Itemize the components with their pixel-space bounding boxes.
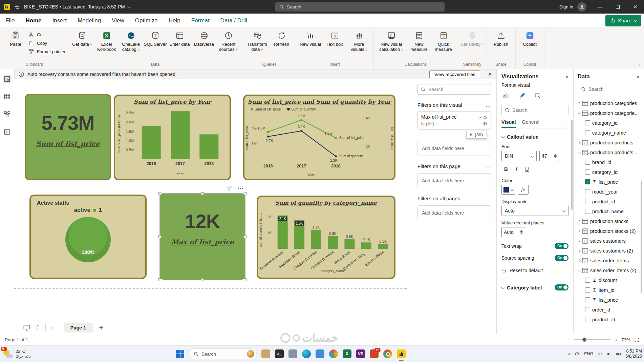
selected-visual-card-max-list-price[interactable]: ⋯ 12K Max of list_price — [160, 194, 245, 280]
conditional-formatting-fx-button[interactable]: fx — [518, 185, 529, 195]
field-row-production-stocks-2[interactable]: production stocks (2) — [578, 226, 639, 236]
field-row-order-id[interactable]: order_id — [578, 305, 639, 315]
titlebar-search-input[interactable]: Search — [275, 2, 445, 12]
ribbon-button-onelake-catalog[interactable]: OneLake catalog ˅ — [119, 28, 143, 52]
field-row-brand-id[interactable]: brand_id — [578, 157, 639, 167]
menu-tab-home[interactable]: Home — [20, 14, 47, 27]
chevron-right-icon[interactable] — [578, 220, 580, 223]
filter-funnel-icon[interactable] — [227, 186, 232, 191]
underline-button[interactable]: U — [522, 164, 532, 174]
ribbon-button-paste[interactable]: Paste — [3, 28, 28, 47]
onedrive-cloud-icon[interactable] — [575, 351, 580, 357]
terminal-app-icon[interactable]: >_ — [275, 349, 284, 358]
ribbon-button-text-box[interactable]: AText box — [323, 28, 347, 47]
khamsat-app-icon[interactable] — [261, 349, 270, 358]
field-row-production-products[interactable]: ✓production products... — [578, 147, 639, 157]
ribbon-button-get-data[interactable]: Get data ˅ — [70, 28, 94, 47]
format-search-input[interactable] — [512, 107, 565, 113]
field-checkbox[interactable] — [585, 278, 590, 283]
field-checkbox[interactable] — [585, 317, 590, 322]
field-row-category-id[interactable]: category_id — [578, 167, 639, 177]
field-checkbox[interactable] — [585, 297, 590, 302]
report-view-icon[interactable] — [3, 75, 12, 83]
chevron-right-icon[interactable] — [578, 259, 580, 262]
ribbon-button-copilot[interactable]: Copilot — [518, 28, 542, 47]
resize-handle[interactable] — [158, 235, 161, 238]
notification-close-icon[interactable]: ✕ — [488, 71, 492, 77]
font-family-dropdown[interactable]: DIN — [501, 151, 537, 161]
field-row-product-id[interactable]: product_id — [578, 315, 639, 324]
undo-button[interactable] — [14, 4, 20, 10]
category-label-section[interactable]: Category label On — [501, 284, 568, 290]
ribbon-button-new-visual[interactable]: New visual — [298, 28, 323, 47]
ribbon-button-recent-sources[interactable]: Recent sources ˅ — [216, 28, 241, 52]
data-search-input[interactable] — [588, 86, 636, 92]
scrollbar[interactable] — [641, 181, 642, 293]
resize-handle[interactable] — [158, 278, 161, 281]
mail-app-icon[interactable]: 13 — [370, 349, 379, 358]
chevron-right-icon[interactable] — [578, 102, 580, 105]
resize-handle[interactable] — [158, 192, 161, 195]
field-row-sales-order-items-2[interactable]: sales order_items (2) — [578, 265, 639, 275]
section-more-icon[interactable]: … — [486, 196, 491, 201]
add-data-fields-dropzone[interactable]: Add data fields here — [417, 141, 491, 156]
reset-to-default-link[interactable]: Reset to default — [501, 268, 568, 273]
title-dropdown-icon[interactable] — [127, 5, 130, 8]
zoom-slider-handle[interactable] — [582, 338, 586, 342]
share-button[interactable]: Share — [605, 15, 641, 26]
field-row-production-stocks[interactable]: production stocks — [578, 216, 639, 226]
people-app-icon[interactable] — [288, 349, 297, 358]
stepper-arrows-icon[interactable] — [520, 230, 523, 234]
chevron-down-icon[interactable] — [578, 268, 581, 272]
field-row-product-name[interactable]: product_name — [578, 206, 639, 216]
volume-icon[interactable] — [606, 351, 612, 357]
edge-browser-icon[interactable] — [302, 349, 311, 358]
zoom-in-button[interactable]: + — [615, 337, 618, 343]
resize-handle[interactable] — [244, 192, 246, 195]
photos-app-icon[interactable] — [329, 349, 338, 358]
ribbon-button-copy[interactable]: Copy — [28, 40, 66, 46]
account-avatar[interactable] — [577, 2, 586, 12]
field-checkbox[interactable] — [585, 199, 590, 204]
display-units-dropdown[interactable]: Auto — [501, 206, 568, 216]
field-checkbox[interactable] — [585, 287, 590, 293]
more-options-icon[interactable]: ⋯ — [237, 185, 244, 192]
menu-tab-data-drill[interactable]: Data / Drill — [215, 14, 253, 27]
wifi-icon[interactable] — [597, 351, 603, 357]
menu-tab-file[interactable]: File — [0, 14, 20, 27]
tab-visual[interactable]: Visual — [501, 119, 516, 128]
start-button[interactable] — [176, 350, 184, 358]
zoom-out-button[interactable]: − — [567, 337, 570, 343]
field-row-list-price[interactable]: Σlist_price — [578, 295, 639, 305]
ribbon-button-enter-data[interactable]: Enter data — [168, 28, 192, 47]
powerbi-app-icon[interactable] — [397, 349, 406, 358]
visual-card-sum-list-price[interactable]: 5.73M Sum of list_price — [25, 94, 111, 180]
color-dropdown[interactable] — [501, 185, 515, 195]
bold-button[interactable]: B — [501, 164, 511, 174]
zoom-slider[interactable] — [574, 339, 611, 340]
chevron-right-icon[interactable] — [578, 249, 580, 253]
chevron-down-icon[interactable] — [478, 115, 481, 118]
visual-bar-list-price-by-year[interactable]: Sum of list_price by Year 0.5M1.0M1.5M2.… — [114, 95, 231, 180]
format-visual-icon[interactable] — [517, 90, 527, 101]
tray-expand-icon[interactable] — [568, 353, 572, 356]
fit-to-page-icon[interactable] — [634, 337, 639, 342]
clock[interactable]: 8:52 PM 5/8/2025 — [625, 349, 642, 359]
new-page-button[interactable]: + — [99, 324, 103, 332]
taskbar-search[interactable]: Search — [189, 348, 257, 359]
ribbon-button-quick-measure[interactable]: Quick measure — [431, 28, 456, 52]
field-row-sales-customers[interactable]: sales customers — [578, 236, 639, 246]
chevron-right-icon[interactable] — [578, 229, 580, 233]
close-button[interactable]: ✕ — [626, 0, 644, 14]
menu-tab-format[interactable]: Format — [186, 14, 215, 27]
section-more-icon[interactable]: … — [486, 102, 491, 108]
field-row-item-id[interactable]: Σitem_id — [578, 285, 639, 295]
filters-search[interactable] — [417, 84, 491, 95]
field-row-production-products[interactable]: production products — [578, 138, 639, 147]
chevron-right-icon[interactable] — [578, 239, 580, 243]
field-checkbox[interactable] — [585, 130, 590, 135]
field-row-product-id[interactable]: product_id — [578, 197, 639, 206]
callout-value-section[interactable]: Callout value — [501, 134, 568, 140]
visual-donut-active-staffs[interactable]: Active staffs active 1 100% — [29, 195, 147, 279]
resize-handle[interactable] — [201, 278, 204, 281]
